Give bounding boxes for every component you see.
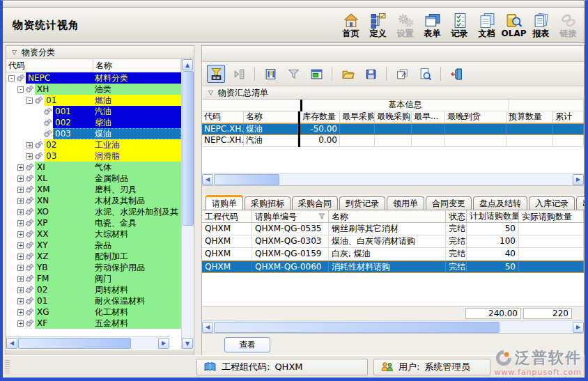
tree-item[interactable]: + XP 电瓷、金具 [6, 217, 181, 228]
requisition-row[interactable]: QHXM QHXM-QG-0159 白灰, 煤油 完结 40 [202, 248, 584, 261]
tree-item[interactable]: + XM 磨料、刃具 [6, 184, 181, 195]
tree-expander-icon[interactable]: + [17, 242, 24, 249]
scrollbar-thumb[interactable] [214, 322, 500, 333]
columns-button[interactable] [261, 65, 279, 83]
tree-item[interactable]: + 01 耐火保温材料 [6, 295, 181, 306]
form-view-button[interactable] [307, 65, 325, 83]
detail-col-requisition-number[interactable]: 请购单编号 [252, 210, 329, 223]
toolbar-item-define[interactable]: 定义 [364, 13, 392, 38]
tree-expander-icon[interactable]: + [17, 276, 24, 282]
tree-expander-icon[interactable]: + [17, 176, 24, 182]
tree-expander-icon[interactable]: + [17, 231, 24, 238]
summary-col-budget-qty[interactable]: 预算数量 [506, 111, 553, 123]
summary-horizontal-scrollbar[interactable]: ◀ ▶ [202, 173, 584, 185]
summary-col-latest-arrival[interactable]: 最晚到货 [445, 111, 506, 123]
tree-item[interactable]: + YB 劳动保护用品 [6, 262, 181, 273]
tree-expander-icon[interactable]: + [26, 142, 33, 148]
tree-item[interactable]: + 02 工业油 [6, 139, 181, 150]
sort-filter-icon[interactable] [318, 213, 325, 220]
tree-item[interactable]: + FM 阀门 [6, 273, 181, 284]
toolbar-item-home[interactable]: 首页 [337, 13, 364, 38]
detail-col-planned-qty[interactable]: 计划请购数量 [467, 210, 519, 223]
toolbar-item-report[interactable]: 报表 [527, 13, 555, 38]
tab[interactable]: 出库记录 [576, 196, 588, 210]
tree-horizontal-scrollbar[interactable]: ◀ ▶ [6, 336, 169, 349]
requisition-row[interactable]: QHXM QHXM-QG-0535 钢丝刷等其它消材 完结 50 [202, 223, 584, 235]
tree-col-name[interactable]: 名称 [93, 59, 181, 72]
scroll-right-icon[interactable]: ▶ [158, 338, 169, 349]
tab[interactable]: 入库记录 [529, 196, 575, 210]
tree-expander-icon[interactable]: + [17, 164, 24, 171]
detail-horizontal-scrollbar[interactable]: ◀ ▶ [202, 320, 584, 333]
detail-col-name[interactable]: 名称 [329, 210, 446, 223]
summary-col-name[interactable]: 名称 [244, 111, 298, 123]
tree-expander-icon[interactable]: + [17, 320, 24, 327]
requisition-row[interactable]: QHXM QHXM-QG-0303 煤油、白灰等消材请购 完结 100 [202, 235, 584, 248]
tree-expander-icon[interactable]: + [17, 309, 24, 316]
tab[interactable]: 盘点及结转 [473, 196, 527, 210]
scrollbar-thumb[interactable] [183, 71, 194, 226]
tree-col-code[interactable]: 代码 [6, 59, 93, 72]
tree-expander-icon[interactable]: + [17, 198, 24, 204]
save-button[interactable] [362, 65, 380, 83]
tree-expander-icon[interactable]: + [17, 298, 24, 304]
statusbar-grip[interactable] [5, 360, 10, 374]
exit-button[interactable] [447, 65, 465, 83]
detail-col-project-code[interactable]: 工程代码 [202, 210, 252, 223]
scroll-left-icon[interactable]: ◀ [202, 174, 213, 185]
tree-expander-icon[interactable]: + [17, 220, 24, 226]
scroll-right-icon[interactable]: ▶ [573, 174, 584, 185]
scroll-left-icon[interactable]: ◀ [6, 338, 17, 349]
toolbar-item-record[interactable]: 记录 [446, 13, 473, 38]
summary-col-code[interactable]: 代码 [202, 111, 244, 123]
tree-expander-icon[interactable]: + [17, 187, 24, 193]
filter-view-button[interactable] [207, 65, 225, 83]
tree-item[interactable]: 002 柴油 [6, 117, 181, 128]
scroll-left-icon[interactable]: ◀ [202, 322, 213, 333]
open-button[interactable] [339, 65, 357, 83]
scrollbar-thumb[interactable] [18, 338, 131, 349]
tree-expander-icon[interactable]: + [26, 153, 33, 160]
tree-expander-icon[interactable]: + [17, 265, 24, 271]
tree-expander-icon[interactable]: - [26, 98, 33, 104]
tree-item[interactable]: + XF 五金材料 [6, 318, 181, 329]
tree-item[interactable]: + XI 气体 [6, 162, 181, 173]
tab[interactable]: 合同变更 [426, 196, 472, 210]
summary-table-row[interactable]: NEPC.XH.01. 煤油 -50.00 [202, 123, 584, 135]
summary-section-header[interactable]: ▽ 物资汇总清单 [202, 86, 584, 100]
detail-col-status[interactable]: 状态 [446, 210, 467, 223]
panel-nav-button[interactable] [230, 65, 248, 83]
scroll-down-icon[interactable]: ▼ [182, 338, 193, 349]
toolbar-item-document[interactable]: 文档 [473, 13, 500, 38]
summary-table-row[interactable]: NEPC.XH.01. 汽油 0.00 [202, 135, 584, 147]
tree-item[interactable]: + XY 杂品 [6, 240, 181, 251]
tree-expander-icon[interactable]: + [17, 287, 24, 293]
preview-button[interactable] [416, 65, 434, 83]
tab[interactable]: 采购合同 [292, 196, 338, 210]
summary-col-earliest-purchase[interactable]: 最早采购 [340, 111, 375, 123]
summary-col-latest-purchase[interactable]: 最晚采购 [375, 111, 412, 123]
collapse-arrow-icon[interactable]: ▽ [12, 49, 17, 56]
tree-expander-icon[interactable]: - [17, 86, 24, 93]
tree-item[interactable]: - NEPC 材料分类 [6, 72, 181, 84]
toolbar-item-form[interactable]: 表单 [419, 13, 446, 38]
tree-expander-icon[interactable]: + [17, 254, 24, 260]
tree-item[interactable]: - XH 油类 [6, 84, 181, 95]
requisition-row[interactable]: QHXM QHXM-QG-0060 消耗性材料请购 完结 50 [202, 261, 584, 273]
tree-vertical-scrollbar[interactable]: ▲ ▼ [181, 59, 194, 349]
tree-item[interactable]: - 01 燃油 [6, 95, 181, 106]
tab[interactable]: 到货记录 [339, 196, 385, 210]
tree-item[interactable]: 001 汽油 [6, 106, 181, 117]
filter-button[interactable] [284, 65, 302, 83]
panel-splitter[interactable] [194, 45, 201, 357]
summary-col-earliest-truncated[interactable]: 最早... [412, 111, 445, 123]
tree-item[interactable]: + 02 周转材料 [6, 284, 181, 295]
export-button[interactable] [393, 65, 411, 83]
tree-item[interactable]: + XL 金属制品 [6, 173, 181, 184]
tree-item[interactable]: + XX 大综材料 [6, 228, 181, 240]
tree-item[interactable]: + XG 化工材料 [6, 306, 181, 318]
summary-col-stock[interactable]: 库存数量 [300, 111, 340, 123]
tab[interactable]: 采购招标 [245, 196, 291, 210]
toolbar-item-olap[interactable]: OLAP [500, 13, 527, 38]
scroll-right-icon[interactable]: ▶ [573, 322, 584, 333]
